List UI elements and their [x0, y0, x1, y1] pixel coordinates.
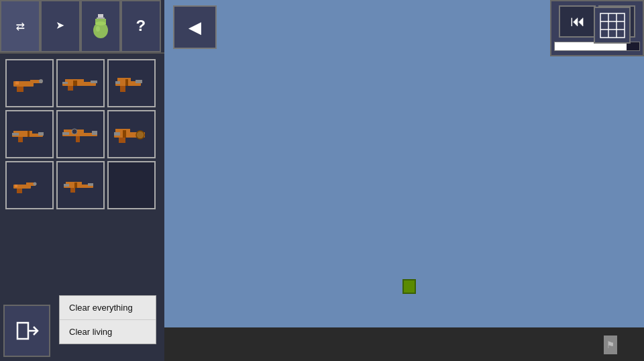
- grid-cell-9[interactable]: [107, 161, 156, 209]
- svg-rect-48: [70, 188, 75, 193]
- svg-point-39: [136, 131, 144, 139]
- svg-rect-9: [15, 81, 19, 85]
- grid-toggle-button[interactable]: [594, 7, 631, 44]
- svg-rect-51: [74, 183, 77, 188]
- bottom-left: Clear everything Clear living: [0, 301, 164, 361]
- grid-cell-3[interactable]: [107, 59, 156, 107]
- context-menu: Clear everything Clear living: [59, 295, 156, 344]
- svg-rect-33: [92, 131, 97, 135]
- pistol2-icon: [10, 172, 49, 198]
- svg-rect-20: [136, 80, 142, 83]
- clear-everything-button[interactable]: Clear everything: [60, 296, 156, 320]
- shotgun-icon: [10, 121, 49, 147]
- svg-rect-43: [17, 189, 22, 193]
- rifle2-icon: [61, 172, 100, 198]
- svg-rect-50: [88, 183, 93, 186]
- svg-rect-16: [73, 81, 77, 86]
- rewind-icon: ⏮: [570, 13, 585, 31]
- clear-living-button[interactable]: Clear living: [60, 320, 156, 344]
- ground-icon: ⚑: [604, 336, 617, 354]
- grid-cell-4[interactable]: [5, 110, 54, 158]
- svg-point-10: [39, 79, 43, 83]
- game-entity: [402, 279, 416, 294]
- pistol-icon: [10, 70, 49, 96]
- grid-cell-5[interactable]: [56, 110, 105, 158]
- svg-point-4: [95, 21, 106, 25]
- svg-rect-13: [68, 86, 73, 91]
- svg-rect-44: [15, 185, 17, 187]
- svg-rect-52: [600, 13, 625, 38]
- smg-icon: [112, 70, 151, 96]
- svg-rect-14: [62, 82, 68, 84]
- rifle-icon: [61, 70, 100, 96]
- grid-cell-6[interactable]: [107, 110, 156, 158]
- potion-button[interactable]: [80, 0, 121, 52]
- svg-rect-0: [98, 14, 103, 17]
- grid-cell-1[interactable]: [5, 59, 54, 107]
- svg-rect-38: [114, 132, 120, 136]
- back-button[interactable]: ◀: [173, 5, 217, 49]
- svg-rect-27: [38, 132, 44, 136]
- svg-point-34: [72, 129, 77, 134]
- svg-rect-40: [123, 130, 126, 138]
- svg-rect-49: [64, 184, 69, 187]
- svg-rect-25: [18, 137, 23, 142]
- svg-rect-15: [91, 81, 97, 83]
- svg-rect-57: [17, 323, 28, 339]
- arrow-button[interactable]: ➤: [40, 0, 80, 52]
- sniper-icon: [61, 121, 100, 147]
- svg-rect-31: [76, 136, 80, 142]
- back-icon: ◀: [189, 14, 201, 41]
- grid-icon: [600, 13, 625, 38]
- help-icon: ?: [136, 17, 146, 36]
- svg-rect-21: [115, 81, 120, 84]
- rewind-button[interactable]: ⏮: [559, 5, 596, 38]
- grid-cell-2[interactable]: [56, 59, 105, 107]
- svg-point-45: [34, 183, 37, 186]
- svg-rect-22: [125, 79, 128, 86]
- toolbar: ⇄ ➤ ?: [0, 0, 164, 54]
- svg-rect-26: [12, 133, 19, 136]
- svg-rect-28: [28, 131, 30, 137]
- grid-cell-7[interactable]: [5, 161, 54, 209]
- svg-rect-37: [119, 138, 125, 143]
- svg-rect-32: [62, 132, 69, 135]
- svg-rect-18: [117, 78, 131, 81]
- ground-bar: ⚑: [164, 327, 644, 361]
- grid-cell-8[interactable]: [56, 161, 105, 209]
- exit-button[interactable]: [3, 305, 50, 357]
- exit-icon: [15, 319, 39, 343]
- potion-icon: [91, 14, 111, 38]
- help-button[interactable]: ?: [121, 0, 161, 52]
- swap-button[interactable]: ⇄: [0, 0, 40, 52]
- svg-rect-8: [17, 87, 23, 92]
- svg-rect-19: [120, 86, 125, 92]
- lmg-icon: [112, 121, 151, 147]
- svg-point-5: [96, 26, 100, 32]
